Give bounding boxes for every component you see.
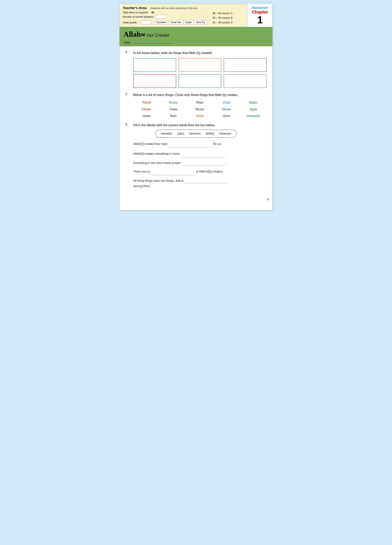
chapter-label: Chapter: [252, 10, 268, 15]
q1-text: In the boxes below, write six things tha…: [133, 50, 212, 56]
total-value: 45: [151, 11, 154, 14]
allah-s4: ﷻ: [208, 170, 211, 174]
title-band: Allahﷻ Our Creator Date:: [120, 27, 272, 46]
word-box: varieties pairs seasons defect measure: [155, 130, 237, 138]
allah-s2: ﷻ: [140, 152, 144, 156]
grade-box[interactable]: [141, 20, 151, 24]
title-sub: Our Creator: [147, 33, 169, 38]
worksheet-page: Teacher's Area: Students will not write …: [120, 4, 272, 210]
question-1: 1. In the boxes below, write six things …: [126, 50, 266, 88]
wb-defect: defect: [206, 132, 214, 136]
word-chair[interactable]: Chair: [213, 100, 240, 105]
q2-text: Below is a list of many things. Circle o…: [133, 92, 238, 98]
word-grass[interactable]: Grass: [133, 113, 160, 118]
allah-symbol-q2: ﷻ: [222, 93, 226, 97]
question-3: 3. Fill in the blanks with the correct w…: [126, 123, 266, 189]
word-water[interactable]: Water: [240, 100, 266, 105]
top-section: Teacher's Area: Students will not write …: [120, 4, 272, 27]
word-trees[interactable]: Trees: [160, 107, 187, 112]
date-line: Date:: [123, 41, 269, 44]
chapter-number: 1: [257, 15, 263, 25]
q2-number: 2.: [126, 92, 131, 98]
wb-measure: measure: [219, 132, 231, 136]
sentence-1: Allahﷻ created four main for us.: [133, 141, 266, 148]
date-label: Date:: [123, 41, 131, 44]
correct-label: Number of correct answers:: [123, 15, 154, 18]
total-label: Total items to respond:: [123, 11, 148, 14]
grade-label: Letter grade:: [123, 21, 137, 24]
word-flower[interactable]: Flower: [133, 107, 160, 112]
answer-box-2[interactable]: [179, 58, 222, 72]
homework-label: Homework: [252, 6, 268, 10]
word-shoe[interactable]: Shoe: [187, 113, 213, 118]
word-pencil[interactable]: Pencil: [133, 100, 160, 105]
main-content: 1. In the boxes below, write six things …: [120, 46, 272, 197]
students-note: Students will not write anything in this…: [150, 7, 198, 10]
wb-varieties: varieties: [161, 132, 173, 136]
word-computer[interactable]: Computer: [240, 113, 266, 118]
nice-try-button[interactable]: Nice Try: [194, 20, 207, 25]
answer-box-1[interactable]: [133, 58, 176, 72]
sentence-2: Allahﷻ creates everything in many .: [133, 150, 266, 157]
word-house[interactable]: House: [213, 107, 240, 112]
word-ducks[interactable]: Ducks: [160, 100, 187, 105]
sentence-3: Everything in the word needs proper .: [133, 160, 266, 165]
correct-answer-box[interactable]: [156, 15, 166, 19]
answer-box-6[interactable]: [224, 74, 266, 88]
scoring-info: 36 – 45 correct: A 30 – 35 correct: B 22…: [212, 11, 233, 25]
page-number: 5: [120, 197, 272, 203]
excellent-button[interactable]: Excellent: [155, 20, 168, 25]
allah-s1: ﷻ: [140, 142, 144, 146]
wb-pairs: pairs: [177, 132, 184, 136]
allah-symbol-q1: ﷻ: [196, 51, 200, 55]
answer-boxes-grid: [133, 58, 266, 88]
word-books[interactable]: Books: [187, 107, 213, 112]
blank-5[interactable]: [185, 183, 228, 183]
allah-arabic-title: ﷻ: [141, 33, 145, 37]
super-button[interactable]: Super: [184, 20, 193, 25]
answer-box-3[interactable]: [224, 58, 266, 72]
sentence-5: All living things have two things, that …: [133, 178, 266, 189]
word-apple[interactable]: Apple: [240, 107, 266, 112]
question-2: 2. Below is a list of many things. Circl…: [126, 92, 266, 118]
q3-number: 3.: [126, 123, 131, 128]
blank-1[interactable]: [169, 147, 212, 148]
teachers-area-title: Teacher's Area:: [123, 6, 147, 10]
answer-box-5[interactable]: [179, 74, 222, 88]
wb-seasons: seasons: [189, 132, 201, 136]
word-rain[interactable]: Rain: [160, 113, 187, 118]
teachers-area: Teacher's Area: Students will not write …: [120, 4, 247, 27]
sentence-4: There are no in Allah'sﷻ creation.: [133, 168, 266, 175]
word-box-container: varieties pairs seasons defect measure: [126, 130, 266, 138]
great-job-button[interactable]: Great Job: [169, 20, 183, 25]
word-river[interactable]: River: [187, 100, 213, 105]
word-list: Pencil Ducks River Chair Water Flower Tr…: [133, 100, 266, 118]
answer-box-4[interactable]: [133, 74, 176, 88]
chapter-box: Homework Chapter 1: [247, 4, 272, 27]
date-underline: [133, 43, 172, 43]
q3-text: Fill in the blanks with the correct word…: [133, 123, 215, 128]
q1-number: 1.: [126, 50, 131, 56]
title-main: Allahﷻ: [123, 30, 145, 38]
word-stars[interactable]: Stars: [213, 113, 240, 118]
blank-2[interactable]: [181, 157, 224, 157]
